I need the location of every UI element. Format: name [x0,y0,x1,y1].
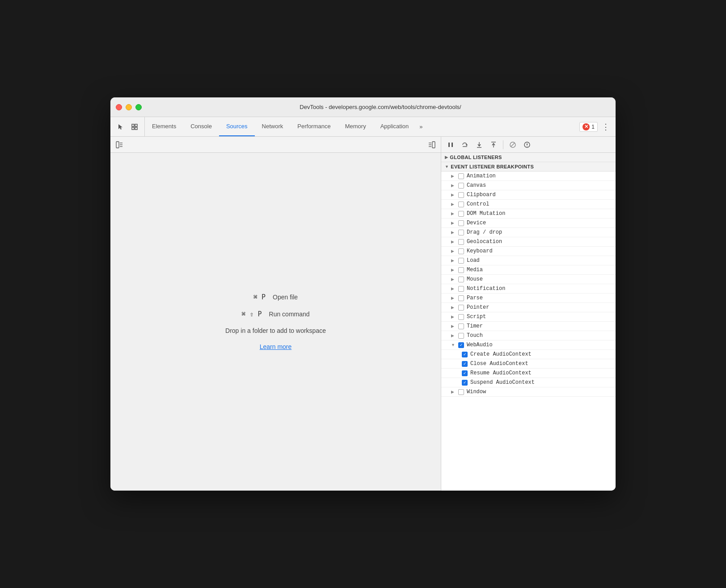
bp-media[interactable]: ▶ Media [441,265,616,275]
svg-rect-1 [135,124,137,126]
bp-parse[interactable]: ▶ Parse [441,294,616,303]
step-into-button[interactable] [473,139,485,151]
bp-suspend-audiocontext[interactable]: Suspend AudioContext [441,378,616,387]
maximize-button[interactable] [135,104,142,110]
bp-resume-audiocontext-label: Resume AudioContext [470,370,532,376]
bp-window[interactable]: ▶ Window [441,387,616,397]
bp-device[interactable]: ▶ Device [441,218,616,228]
bp-canvas-label: Canvas [467,182,486,189]
bp-script-arrow: ▶ [451,315,456,319]
show-navigator-button[interactable] [114,139,125,150]
more-tabs-button[interactable]: » [416,117,426,136]
tab-sources[interactable]: Sources [219,117,255,136]
bp-animation-checkbox[interactable] [458,173,464,179]
bp-control-arrow: ▶ [451,202,456,206]
bp-device-arrow: ▶ [451,221,456,225]
bp-keyboard[interactable]: ▶ Keyboard [441,247,616,256]
bp-touch[interactable]: ▶ Touch [441,331,616,340]
bp-pointer-label: Pointer [467,304,489,311]
tab-application[interactable]: Application [373,117,416,136]
close-button[interactable] [116,104,122,110]
bp-window-checkbox[interactable] [458,389,464,395]
bp-suspend-audiocontext-checkbox[interactable] [462,380,468,386]
bp-control[interactable]: ▶ Control [441,200,616,209]
bp-animation[interactable]: ▶ Animation [441,172,616,181]
svg-rect-2 [132,127,134,130]
inspect-icon[interactable] [128,121,141,133]
bp-close-audiocontext[interactable]: Close AudioContext [441,359,616,369]
bp-close-audiocontext-checkbox[interactable] [462,361,468,367]
error-badge[interactable]: ✕ 1 [579,122,598,132]
bp-geolocation-checkbox[interactable] [458,239,464,245]
bp-script[interactable]: ▶ Script [441,312,616,322]
bp-media-arrow: ▶ [451,268,456,272]
bp-create-audiocontext-checkbox[interactable] [462,352,468,357]
shortcut-run-command-label: Run command [269,311,310,318]
tab-console[interactable]: Console [183,117,219,136]
bp-drag-drop-checkbox[interactable] [458,230,464,235]
bp-canvas-checkbox[interactable] [458,183,464,189]
step-out-button[interactable] [488,139,499,151]
bp-media-checkbox[interactable] [458,267,464,273]
bp-clipboard[interactable]: ▶ Clipboard [441,190,616,200]
bp-webaudio-label: WebAudio [467,342,493,348]
bp-notification-checkbox[interactable] [458,286,464,292]
bp-clipboard-checkbox[interactable] [458,192,464,198]
event-listener-arrow: ▼ [445,164,449,169]
bp-mouse-checkbox[interactable] [458,277,464,282]
bp-mouse[interactable]: ▶ Mouse [441,275,616,284]
bp-mouse-label: Mouse [467,276,483,282]
error-icon: ✕ [582,123,590,130]
pause-on-exceptions-button[interactable] [521,139,533,151]
bp-pointer[interactable]: ▶ Pointer [441,303,616,312]
bp-notification[interactable]: ▶ Notification [441,284,616,294]
pause-button[interactable] [445,139,456,151]
shortcut-run-command-keys: ⌘ ⇧ P [241,310,262,318]
window-title: DevTools - developers.google.com/web/too… [151,104,610,110]
event-listener-breakpoints-header[interactable]: ▼ Event Listener Breakpoints [441,162,616,172]
bp-dom-mutation-checkbox[interactable] [458,211,464,217]
breakpoints-panel: ▶ Global Listeners ▼ Event Listener Brea… [441,153,616,491]
bp-canvas[interactable]: ▶ Canvas [441,181,616,190]
tab-elements[interactable]: Elements [145,117,183,136]
bp-drag-drop[interactable]: ▶ Drag / drop [441,228,616,237]
tab-performance[interactable]: Performance [290,117,338,136]
bp-parse-checkbox[interactable] [458,295,464,301]
show-debugger-button[interactable] [426,139,437,150]
bp-dom-mutation[interactable]: ▶ DOM Mutation [441,209,616,218]
bp-control-label: Control [467,201,489,207]
bp-pointer-checkbox[interactable] [458,305,464,311]
bp-webaudio-checkbox[interactable] [458,342,464,348]
bp-load[interactable]: ▶ Load [441,256,616,265]
devtools-window: DevTools - developers.google.com/web/too… [110,97,616,491]
bp-timer-checkbox[interactable] [458,323,464,329]
svg-rect-13 [452,143,453,147]
bp-touch-checkbox[interactable] [458,333,464,339]
bp-resume-audiocontext[interactable]: Resume AudioContext [441,369,616,378]
svg-rect-0 [132,124,134,126]
bp-resume-audiocontext-checkbox[interactable] [462,370,468,376]
tab-memory[interactable]: Memory [338,117,373,136]
step-over-button[interactable] [459,139,471,151]
bp-script-checkbox[interactable] [458,314,464,320]
global-listeners-header[interactable]: ▶ Global Listeners [441,153,616,162]
bp-touch-arrow: ▶ [451,333,456,338]
tab-bar: Elements Console Sources Network Perform… [110,117,616,137]
bp-clipboard-label: Clipboard [467,192,496,198]
cursor-icon[interactable] [114,121,127,133]
bp-webaudio[interactable]: ▼ WebAudio [441,340,616,350]
bp-create-audiocontext[interactable]: Create AudioContext [441,350,616,359]
deactivate-breakpoints-button[interactable] [507,139,519,151]
bp-device-checkbox[interactable] [458,220,464,226]
bp-script-label: Script [467,314,486,320]
bp-load-checkbox[interactable] [458,258,464,264]
bp-control-checkbox[interactable] [458,202,464,207]
bp-timer[interactable]: ▶ Timer [441,322,616,331]
tab-network[interactable]: Network [255,117,291,136]
bp-keyboard-checkbox[interactable] [458,248,464,254]
bp-geolocation[interactable]: ▶ Geolocation [441,237,616,247]
left-panel: ⌘ P Open file ⌘ ⇧ P Run command Drop in … [110,137,441,491]
learn-more-link[interactable]: Learn more [260,343,292,350]
more-options-button[interactable]: ⋮ [599,121,612,133]
minimize-button[interactable] [126,104,132,110]
